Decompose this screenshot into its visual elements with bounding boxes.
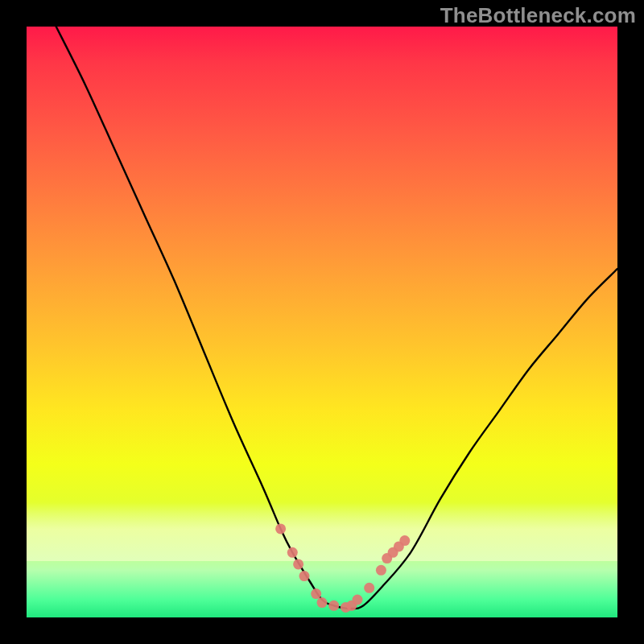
curve-marker — [293, 559, 303, 569]
curve-marker — [364, 583, 374, 593]
curve-marker — [317, 597, 328, 608]
curve-marker — [287, 547, 298, 558]
curve-marker — [299, 571, 310, 581]
curve-layer — [27, 27, 617, 617]
chart-frame: TheBottleneck.com — [0, 0, 644, 644]
curve-marker — [275, 523, 286, 534]
curve-marker — [376, 565, 386, 576]
curve-marker — [328, 601, 339, 611]
curve-marker — [311, 588, 321, 599]
bottleneck-curve — [56, 27, 617, 609]
watermark-text: TheBottleneck.com — [440, 3, 636, 28]
curve-marker — [399, 535, 410, 546]
curve-marker — [353, 595, 363, 605]
plot-area — [27, 27, 617, 617]
